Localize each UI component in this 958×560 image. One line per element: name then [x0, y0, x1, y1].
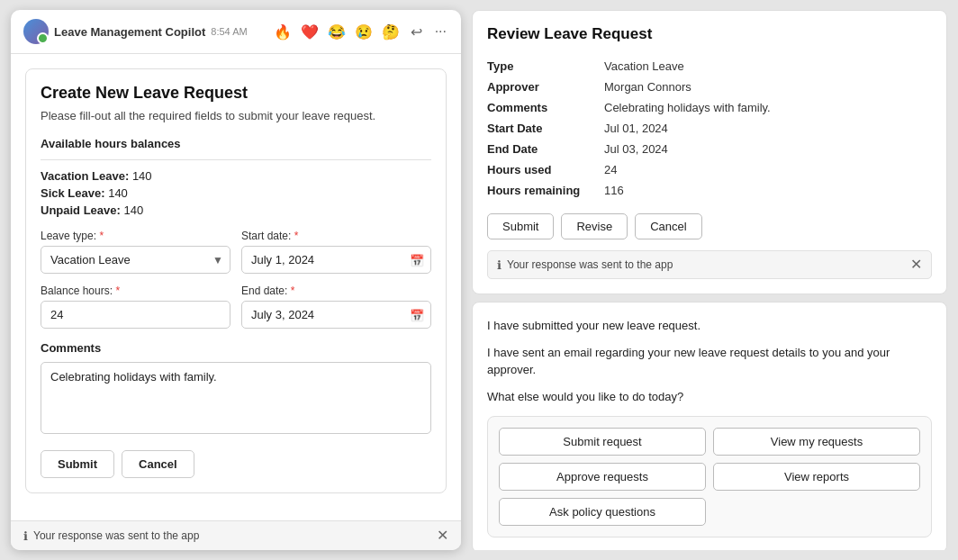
review-comments-label: Comments — [487, 97, 604, 118]
start-date-input[interactable] — [241, 246, 431, 274]
review-actions: Submit Revise Cancel — [487, 213, 932, 239]
laugh-emoji[interactable]: 😂 — [328, 23, 346, 41]
submit-request-button[interactable]: Submit request — [499, 428, 706, 456]
review-end-date-row: End Date Jul 03, 2024 — [487, 139, 932, 159]
review-hours-remaining-label: Hours remaining — [487, 180, 604, 201]
chat-title: Leave Management Copilot — [54, 25, 205, 39]
leave-type-select-wrapper: Vacation Leave Sick Leave Unpaid Leave ▼ — [41, 246, 230, 274]
sick-balance: Sick Leave: 140 — [41, 186, 431, 200]
comments-section: Comments Celebrating holidays with famil… — [41, 341, 431, 438]
review-comments-row: Comments Celebrating holidays with famil… — [487, 97, 932, 118]
review-notification-close[interactable]: ✕ — [910, 257, 922, 272]
review-hours-used-row: Hours used 24 — [487, 159, 932, 180]
form-submit-button[interactable]: Submit — [41, 450, 114, 478]
review-comments-value: Celebrating holidays with family. — [604, 97, 932, 118]
comments-textarea[interactable]: Celebrating holidays with family. — [41, 362, 431, 434]
balance-hours-field: Balance hours: * — [41, 285, 230, 329]
review-notification-bar: ℹ Your response was sent to the app ✕ — [487, 250, 932, 279]
review-hours-remaining-row: Hours remaining 116 — [487, 180, 932, 201]
view-requests-button[interactable]: View my requests — [713, 428, 920, 456]
action-buttons-grid: Submit request View my requests Approve … — [487, 416, 932, 537]
think-emoji[interactable]: 🤔 — [382, 23, 400, 41]
left-notification-bar: ℹ Your response was sent to the app ✕ — [11, 520, 461, 550]
leave-type-label: Leave type: * — [41, 230, 230, 242]
comments-label: Comments — [41, 341, 431, 355]
view-reports-button[interactable]: View reports — [713, 463, 920, 491]
form-grid: Leave type: * Vacation Leave Sick Leave … — [41, 230, 431, 329]
leave-type-select[interactable]: Vacation Leave Sick Leave Unpaid Leave — [41, 246, 230, 274]
chat-messages: I have submitted your new leave request.… — [472, 302, 947, 550]
chat-window: Leave Management Copilot 8:54 AM 🔥 ❤️ 😂 … — [11, 10, 461, 550]
review-cancel-button[interactable]: Cancel — [635, 213, 701, 239]
review-approver-label: Approver — [487, 77, 604, 97]
review-submit-button[interactable]: Submit — [487, 213, 554, 239]
left-notification-close[interactable]: ✕ — [437, 528, 448, 543]
review-start-date-row: Start Date Jul 01, 2024 — [487, 118, 932, 139]
start-date-field: Start date: * 📅 — [241, 230, 431, 274]
fire-emoji[interactable]: 🔥 — [274, 23, 292, 41]
end-date-wrapper: 📅 — [241, 301, 431, 329]
review-end-date-label: End Date — [487, 139, 604, 159]
review-table: Type Vacation Leave Approver Morgan Conn… — [487, 56, 932, 201]
chat-msg-3: What else would you like to do today? — [487, 388, 932, 406]
review-hours-used-value: 24 — [604, 159, 932, 180]
right-panel: Review Leave Request Type Vacation Leave… — [472, 10, 947, 550]
balance-hours-label: Balance hours: * — [41, 285, 230, 297]
ask-policy-button[interactable]: Ask policy questions — [499, 498, 706, 526]
chat-time: 8:54 AM — [211, 26, 247, 37]
start-date-wrapper: 📅 — [241, 246, 431, 274]
end-date-label: End date: * — [241, 285, 431, 297]
heart-emoji[interactable]: ❤️ — [301, 23, 319, 41]
reply-button[interactable]: ↩ — [409, 22, 424, 42]
review-start-date-value: Jul 01, 2024 — [604, 118, 932, 139]
unpaid-balance: Unpaid Leave: 140 — [41, 203, 431, 217]
sad-emoji[interactable]: 😢 — [355, 23, 373, 41]
info-icon: ℹ — [23, 529, 28, 543]
chat-msg-2: I have sent an email regarding your new … — [487, 344, 932, 379]
review-approver-row: Approver Morgan Connors — [487, 77, 932, 97]
review-revise-button[interactable]: Revise — [561, 213, 628, 239]
left-notification-text: Your response was sent to the app — [33, 529, 199, 542]
approve-requests-button[interactable]: Approve requests — [499, 463, 706, 491]
review-info-icon: ℹ — [497, 258, 502, 272]
end-date-input[interactable] — [241, 301, 431, 329]
review-start-date-label: Start Date — [487, 118, 604, 139]
form-title: Create New Leave Request — [41, 84, 431, 103]
leave-request-form: Create New Leave Request Please fill-out… — [25, 68, 447, 493]
review-notification-content: ℹ Your response was sent to the app — [497, 258, 673, 272]
review-title: Review Leave Request — [487, 25, 932, 43]
review-approver-value: Morgan Connors — [604, 77, 932, 97]
review-type-label: Type — [487, 56, 604, 77]
start-date-label: Start date: * — [241, 230, 431, 242]
form-actions: Submit Cancel — [41, 450, 431, 478]
review-hours-used-label: Hours used — [487, 159, 604, 180]
form-subtitle: Please fill-out all the required fields … — [41, 108, 431, 124]
chat-body: Create New Leave Request Please fill-out… — [11, 54, 461, 520]
end-date-field: End date: * 📅 — [241, 285, 431, 329]
chat-msg-1: I have submitted your new leave request. — [487, 317, 932, 335]
review-type-row: Type Vacation Leave — [487, 56, 932, 77]
review-card: Review Leave Request Type Vacation Leave… — [472, 10, 947, 294]
review-notification-text: Your response was sent to the app — [507, 258, 673, 271]
chat-header-icons: 🔥 ❤️ 😂 😢 🤔 ↩ ··· — [274, 22, 448, 42]
leave-type-field: Leave type: * Vacation Leave Sick Leave … — [41, 230, 230, 274]
balance-hours-input[interactable] — [41, 301, 230, 329]
review-end-date-value: Jul 03, 2024 — [604, 139, 932, 159]
review-type-value: Vacation Leave — [604, 56, 932, 77]
form-cancel-button[interactable]: Cancel — [122, 450, 194, 478]
balances-section-title: Available hours balances — [41, 137, 431, 150]
left-notification-content: ℹ Your response was sent to the app — [23, 529, 199, 543]
vacation-balance: Vacation Leave: 140 — [41, 169, 431, 183]
chat-header: Leave Management Copilot 8:54 AM 🔥 ❤️ 😂 … — [11, 10, 461, 54]
more-options-button[interactable]: ··· — [433, 22, 448, 41]
avatar — [23, 19, 49, 44]
review-hours-remaining-value: 116 — [604, 180, 932, 201]
